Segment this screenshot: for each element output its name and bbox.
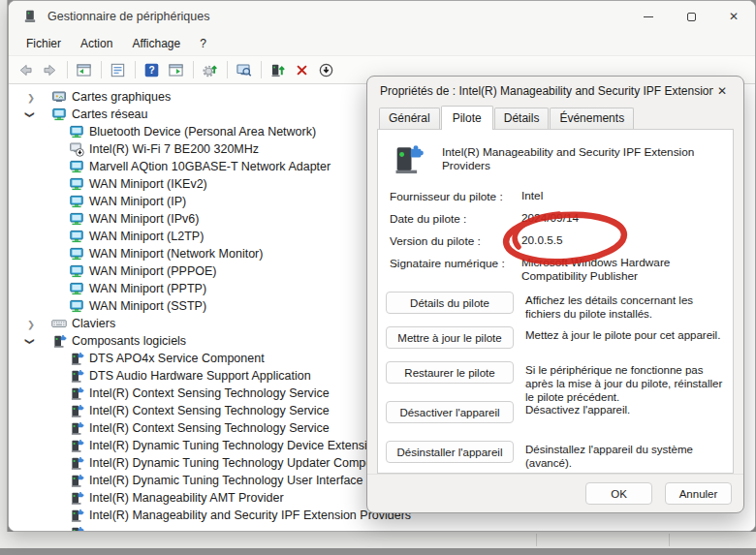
driver-action-button[interactable]: Désinstaller l'appareil xyxy=(386,441,514,463)
driver-action-button[interactable]: Désactiver l'appareil xyxy=(386,401,514,423)
driver-action-description: Désactivez l'appareil. xyxy=(525,401,725,416)
network-adapter-disabled-icon xyxy=(69,141,84,157)
toolbar-separator xyxy=(222,59,232,80)
expander-icon[interactable] xyxy=(27,336,51,347)
field-label: Signataire numérique : xyxy=(390,257,521,283)
driver-action-description: Désinstallez l'appareil du système (avan… xyxy=(525,441,725,470)
dialog-tab[interactable]: Détails xyxy=(494,108,550,129)
help-icon[interactable]: ? xyxy=(140,59,164,80)
dialog-footer: OK Annuler xyxy=(367,474,743,512)
tree-item-label: Claviers xyxy=(72,317,115,330)
toolbar-separator xyxy=(62,59,72,80)
minimize-button[interactable] xyxy=(627,1,670,32)
network-adapter-icon xyxy=(69,298,84,314)
network-adapter-icon xyxy=(69,176,84,192)
tree-item-label: Intel(R) Dynamic Tuning Technology Devic… xyxy=(89,439,388,452)
field-value: Microsoft Windows Hardware Compatibility… xyxy=(521,257,733,283)
background-column-divider xyxy=(669,534,670,546)
background-window-sliver-bottom xyxy=(0,532,756,548)
menu-bar: FichierActionAffichage? xyxy=(9,32,755,55)
properties-dialog: Propriétés de : Intel(R) Manageability a… xyxy=(366,76,744,513)
tree-item[interactable] xyxy=(9,524,755,531)
software-component-icon xyxy=(390,141,425,176)
driver-action-row: Désactiver l'appareil Désactivez l'appar… xyxy=(386,401,725,423)
tree-item-label: WAN Miniport (L2TP) xyxy=(89,230,204,243)
back-arrow-icon[interactable] xyxy=(14,59,38,80)
tree-item-label: Intel(R) Context Sensing Technology Serv… xyxy=(89,386,330,400)
keyboard-icon xyxy=(51,316,67,331)
tree-item-label: Intel(R) Manageability AMT Provider xyxy=(89,491,284,505)
driver-fields: Fournisseur du pilote : Intel Date du pi… xyxy=(390,190,733,283)
forward-arrow-icon[interactable] xyxy=(38,59,62,80)
network-adapter-icon xyxy=(51,107,67,122)
software-component-icon xyxy=(51,333,67,349)
svg-text:?: ? xyxy=(148,65,154,76)
driver-actions: Détails du pilote Affichez les détails c… xyxy=(386,292,725,471)
dialog-title-bar: Propriétés de : Intel(R) Manageability a… xyxy=(367,77,743,106)
tree-item-label: DTS APO4x Service Component xyxy=(89,352,265,365)
dialog-tab[interactable]: Général xyxy=(379,108,440,129)
network-adapter-icon xyxy=(69,281,84,296)
show-console-tree-icon[interactable] xyxy=(72,59,96,80)
driver-action-row: Restaurer le pilote Si le périphérique n… xyxy=(386,361,725,404)
network-adapter-icon xyxy=(69,246,84,262)
driver-action-row: Mettre à jour le pilote Mettez à jour le… xyxy=(386,326,725,349)
expander-icon[interactable] xyxy=(27,319,51,329)
dialog-tab[interactable]: Pilote xyxy=(441,106,493,130)
title-bar: Gestionnaire de périphériques ✕ xyxy=(9,1,755,32)
field-value: 20.0.5.5 xyxy=(521,234,733,248)
field-label: Fournisseur du pilote : xyxy=(390,190,521,203)
properties-icon[interactable] xyxy=(106,59,130,80)
tree-item-label: Intel(R) Dynamic Tuning Technology Updat… xyxy=(89,456,379,470)
driver-action-button[interactable]: Détails du pilote xyxy=(386,292,514,314)
menu-item[interactable]: Action xyxy=(71,34,122,53)
minimize-icon xyxy=(644,16,653,17)
tree-item-label: Bluetooth Device (Personal Area Network) xyxy=(89,125,316,139)
dialog-close-button[interactable]: ✕ xyxy=(713,82,731,100)
tree-item-label: WAN Miniport (PPTP) xyxy=(89,282,206,295)
software-component-icon xyxy=(69,403,84,418)
menu-item[interactable]: ? xyxy=(190,34,216,53)
toolbar-separator xyxy=(188,59,198,80)
remote-computer-icon[interactable] xyxy=(232,59,256,80)
update-driver-icon[interactable] xyxy=(266,59,290,80)
window-title: Gestionnaire de périphériques xyxy=(47,10,627,23)
driver-action-button[interactable]: Restaurer le pilote xyxy=(386,361,514,384)
dialog-tabs: GénéralPiloteDétailsÉvénements xyxy=(367,106,743,129)
tree-item-label: WAN Miniport (IPv6) xyxy=(89,212,199,226)
menu-item[interactable]: Fichier xyxy=(16,34,71,53)
software-component-icon xyxy=(69,508,84,523)
ok-button[interactable]: OK xyxy=(585,482,652,505)
driver-action-description: Affichez les détails concernant les fich… xyxy=(525,292,725,321)
tree-item-label: Intel(R) Context Sensing Technology Serv… xyxy=(89,421,330,435)
dialog-tab[interactable]: Événements xyxy=(550,108,634,129)
software-component-icon xyxy=(69,455,84,471)
driver-action-description: Si le périphérique ne fonctionne pas apr… xyxy=(525,361,725,404)
display-adapter-icon xyxy=(51,89,67,105)
uninstall-device-icon[interactable] xyxy=(290,59,314,80)
show-action-pane-icon[interactable] xyxy=(164,59,188,80)
device-header: Intel(R) Manageability and Security IPF … xyxy=(378,130,733,184)
expander-icon[interactable] xyxy=(27,92,51,103)
toolbar-separator xyxy=(96,59,106,80)
field-label: Version du pilote : xyxy=(390,234,521,248)
driver-action-button[interactable]: Mettre à jour le pilote xyxy=(386,326,514,349)
close-button[interactable]: ✕ xyxy=(712,1,755,32)
device-name: Intel(R) Manageability and Security IPF … xyxy=(442,145,721,172)
driver-action-row: Désinstaller l'appareil Désinstallez l'a… xyxy=(386,441,725,470)
tree-item-label: Intel(R) Manageability and Security IPF … xyxy=(89,509,411,522)
driver-field-row: Fournisseur du pilote : Intel xyxy=(390,190,733,203)
network-adapter-icon xyxy=(69,263,84,279)
software-component-icon xyxy=(69,525,84,531)
tree-item-label: Intel(R) Wi-Fi 7 BE200 320MHz xyxy=(89,142,259,156)
cancel-button[interactable]: Annuler xyxy=(665,482,732,505)
disable-device-icon[interactable] xyxy=(314,59,338,80)
scan-hardware-changes-icon[interactable] xyxy=(198,59,222,80)
tree-item-label: Marvell AQtion 10GBASE-T Network Adapter xyxy=(89,160,331,173)
network-adapter-icon xyxy=(69,194,84,209)
tree-item-label: Intel(R) Dynamic Tuning Technology User … xyxy=(89,474,391,487)
maximize-button[interactable] xyxy=(670,1,712,32)
menu-item[interactable]: Affichage xyxy=(122,34,190,53)
tree-item-label: WAN Miniport (IKEv2) xyxy=(89,177,207,191)
expander-icon[interactable] xyxy=(27,109,51,120)
